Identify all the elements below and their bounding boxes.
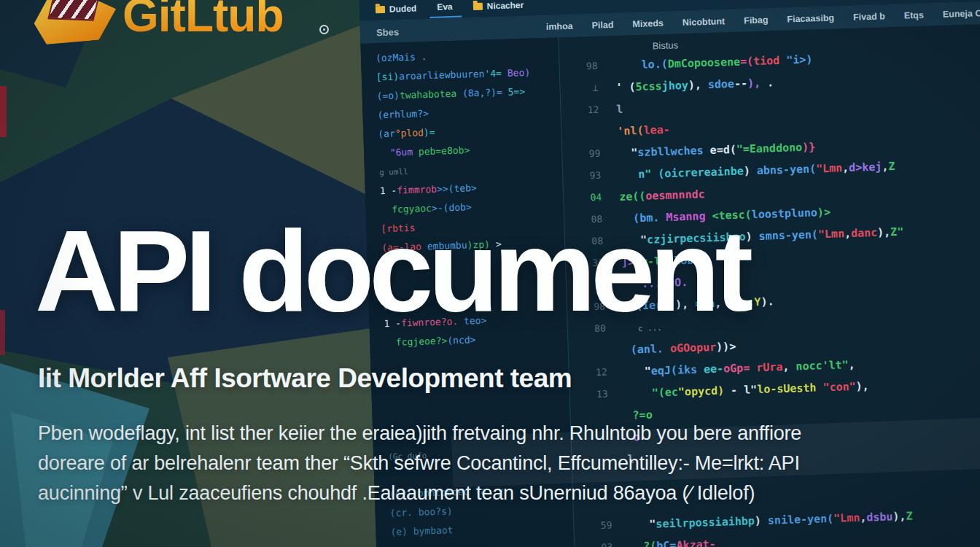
folder-icon	[376, 5, 385, 12]
body-text: Pben wodeflagy, int list ther keiier the…	[38, 419, 942, 508]
code-line: 93	[570, 165, 602, 187]
code-line: 03	[582, 536, 613, 547]
code-line: 99	[569, 143, 601, 166]
logo-text: GitLtub	[122, 0, 283, 42]
subtitle: Iit Morlder Aff Isortware Development te…	[38, 363, 572, 394]
code-line: 12	[576, 362, 607, 384]
menu-item-pilad[interactable]: Pilad	[591, 20, 613, 31]
menu-item-nicobtunt[interactable]: Nicobtunt	[682, 16, 726, 28]
logo-icon-pages	[47, 0, 99, 21]
body-text-line: doreare of ar belrehalenr team ther “Skt…	[38, 449, 942, 478]
menu-item-euneja-orby[interactable]: Euneja Orby	[943, 8, 980, 20]
bg-shape-red2	[0, 310, 5, 355]
code-line: 59	[581, 514, 612, 537]
code-line: 13	[577, 384, 608, 406]
page-title: API document	[35, 213, 748, 328]
tab-eva[interactable]: Eva	[429, 0, 462, 18]
code-line	[569, 121, 600, 144]
body-text-line: aucinning” v Lul zaaceufiens chouhdf .Ea…	[38, 478, 942, 508]
panel-header-left: Sbes	[376, 26, 400, 38]
registered-mark-icon	[319, 25, 329, 34]
tab-duded[interactable]: Duded	[368, 0, 426, 19]
tab-nicacher[interactable]: Nicacher	[465, 0, 532, 16]
menu-item-mixeds[interactable]: Mixeds	[632, 18, 664, 29]
panel-header-right: Bistus	[653, 39, 679, 51]
tab-label: Eva	[437, 1, 453, 12]
banner: RancatraeturapesIndurapamu DudedEvaNicac…	[0, 0, 980, 547]
code-line	[575, 340, 607, 362]
bg-shape-red	[0, 86, 7, 137]
code-line: ⊥	[567, 77, 599, 100]
menu-item-fibag[interactable]: Fibag	[744, 15, 769, 26]
menu-item-fivad-b[interactable]: Fivad b	[853, 11, 885, 22]
tab-label: Duded	[389, 3, 417, 14]
menu-item-fiacaasibg[interactable]: Fiacaasibg	[787, 13, 834, 25]
menu-item-etqs[interactable]: Etqs	[904, 10, 925, 21]
body-text-line: Pben wodeflagy, int list ther keiier the…	[38, 419, 942, 449]
code-line: 98	[567, 55, 598, 78]
folder-icon	[472, 2, 482, 9]
tab-label: Nicacher	[486, 0, 524, 11]
code-line: 12	[568, 99, 599, 122]
menu-item-imhoa[interactable]: imhoa	[546, 21, 573, 32]
stacked-book-icon	[30, 0, 119, 47]
